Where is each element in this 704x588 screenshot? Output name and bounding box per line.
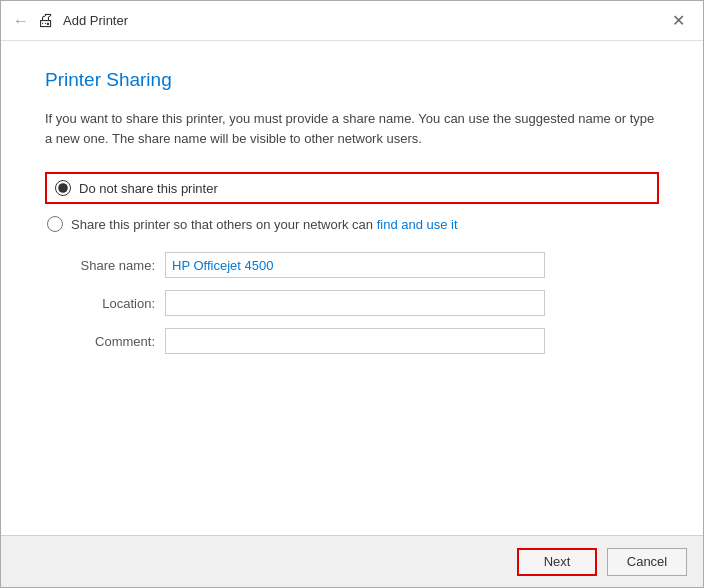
next-button[interactable]: Next [517, 548, 597, 576]
do-not-share-option[interactable]: Do not share this printer [45, 172, 659, 204]
back-arrow-icon[interactable]: ← [13, 12, 29, 30]
printer-icon: 🖨 [37, 10, 55, 31]
share-name-label: Share name: [65, 258, 155, 273]
sharing-options: Do not share this printer Share this pri… [45, 172, 659, 232]
footer: Next Cancel [1, 535, 703, 587]
location-label: Location: [65, 296, 155, 311]
do-not-share-label: Do not share this printer [79, 181, 218, 196]
share-printer-label: Share this printer so that others on you… [71, 217, 458, 232]
close-button[interactable]: ✕ [666, 11, 691, 31]
sharing-form: Share name: Location: Comment: [65, 252, 659, 354]
window-title: Add Printer [63, 13, 128, 28]
comment-row: Comment: [65, 328, 659, 354]
do-not-share-radio[interactable] [55, 180, 71, 196]
cancel-button[interactable]: Cancel [607, 548, 687, 576]
title-bar-left: ← 🖨 Add Printer [13, 10, 128, 31]
location-row: Location: [65, 290, 659, 316]
main-content: Printer Sharing If you want to share thi… [1, 41, 703, 535]
location-input[interactable] [165, 290, 545, 316]
share-name-row: Share name: [65, 252, 659, 278]
comment-input[interactable] [165, 328, 545, 354]
add-printer-window: ← 🖨 Add Printer ✕ Printer Sharing If you… [0, 0, 704, 588]
comment-label: Comment: [65, 334, 155, 349]
share-printer-radio[interactable] [47, 216, 63, 232]
share-printer-option[interactable]: Share this printer so that others on you… [45, 216, 659, 232]
description-text: If you want to share this printer, you m… [45, 109, 659, 148]
share-name-input[interactable] [165, 252, 545, 278]
page-title: Printer Sharing [45, 69, 659, 91]
title-bar: ← 🖨 Add Printer ✕ [1, 1, 703, 41]
